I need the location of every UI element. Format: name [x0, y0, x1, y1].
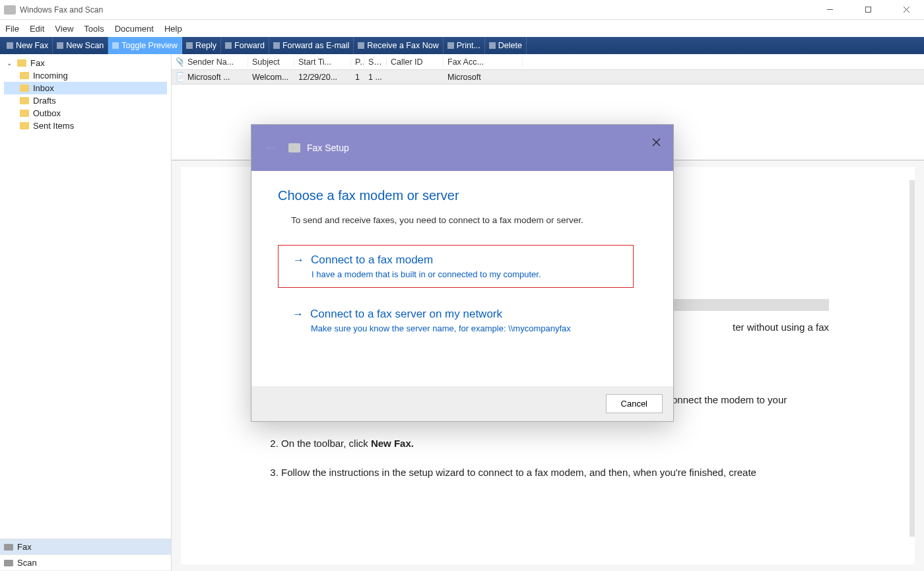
folder-icon	[17, 59, 26, 67]
dialog-title: Fax Setup	[307, 143, 349, 153]
dialog-titlebar: ← Fax Setup	[251, 125, 673, 171]
toggle-preview-button[interactable]: Toggle Preview	[108, 37, 182, 54]
forward-button[interactable]: Forward	[221, 37, 269, 54]
tree-item-inbox[interactable]: Inbox	[4, 82, 167, 94]
email-icon	[273, 42, 280, 49]
folder-tree: ⌄ Fax Incoming Inbox Drafts Outbox Sent …	[0, 54, 171, 539]
col-start[interactable]: Start Ti...	[294, 57, 351, 67]
preview-scrollbar[interactable]	[909, 180, 915, 537]
new-scan-button[interactable]: New Scan	[53, 37, 108, 54]
folder-icon	[20, 72, 29, 79]
menu-help[interactable]: Help	[164, 24, 182, 34]
reply-button[interactable]: Reply	[182, 37, 221, 54]
reply-label: Reply	[195, 41, 216, 50]
new-fax-button[interactable]: New Fax	[3, 37, 53, 54]
arrow-right-icon: →	[293, 253, 304, 267]
back-arrow-icon[interactable]: ←	[265, 141, 277, 155]
delete-icon	[489, 42, 496, 49]
menu-tools[interactable]: Tools	[84, 24, 104, 34]
tree-label: Sent Items	[33, 121, 74, 131]
doc-step-2-text: On the toolbar, click	[281, 438, 371, 449]
cell-attach: 📄	[172, 72, 183, 82]
forward-email-label: Forward as E-mail	[282, 41, 349, 50]
dialog-subheading: To send and receive faxes, you need to c…	[291, 215, 634, 225]
titlebar: Windows Fax and Scan	[0, 0, 924, 20]
fax-icon	[7, 42, 13, 49]
menu-edit[interactable]: Edit	[30, 24, 44, 34]
folder-icon	[20, 122, 29, 129]
scan-icon	[4, 560, 13, 566]
minimize-button[interactable]	[820, 1, 840, 19]
bottom-nav-scan[interactable]: Scan	[0, 555, 171, 571]
tree-item-drafts[interactable]: Drafts	[4, 94, 167, 107]
arrow-right-icon: →	[292, 308, 304, 321]
option-server-title: Connect to a fax server on my network	[310, 308, 502, 321]
forward-icon	[225, 42, 232, 49]
folder-icon	[20, 110, 29, 117]
print-button[interactable]: Print...	[444, 37, 485, 54]
preview-icon	[112, 42, 119, 49]
receive-fax-button[interactable]: Receive a Fax Now	[354, 37, 443, 54]
option-connect-modem[interactable]: → Connect to a fax modem I have a modem …	[278, 245, 634, 288]
svg-rect-1	[865, 7, 871, 13]
toolbar: New Fax New Scan Toggle Preview Reply Fo…	[0, 37, 924, 54]
tree-root-fax[interactable]: ⌄ Fax	[4, 57, 167, 69]
fax-icon	[288, 143, 300, 152]
dialog-close-button[interactable]	[648, 134, 664, 150]
cell-size: 1 ...	[364, 73, 387, 82]
col-attach[interactable]: 📎	[172, 57, 183, 67]
sidebar: ⌄ Fax Incoming Inbox Drafts Outbox Sent …	[0, 54, 172, 571]
option-server-desc: Make sure you know the server name, for …	[311, 323, 619, 333]
col-caller[interactable]: Caller ID	[387, 57, 444, 67]
dialog-heading: Choose a fax modem or server	[278, 188, 634, 203]
dialog-footer: Cancel	[251, 386, 673, 421]
toggle-preview-label: Toggle Preview	[121, 41, 178, 50]
bottom-nav-label: Scan	[17, 558, 37, 568]
col-account[interactable]: Fax Acc...	[444, 57, 523, 67]
scan-icon	[57, 42, 63, 49]
menu-bar: File Edit View Tools Document Help	[0, 20, 924, 37]
doc-step-2: On the toolbar, click New Fax.	[281, 436, 829, 452]
tree-label: Drafts	[33, 96, 56, 106]
window-title: Windows Fax and Scan	[20, 5, 820, 15]
bottom-nav-fax[interactable]: Fax	[0, 539, 171, 555]
tree-label: Outbox	[33, 108, 61, 118]
close-button[interactable]	[896, 1, 916, 19]
tree-item-sent[interactable]: Sent Items	[4, 119, 167, 132]
reply-icon	[186, 42, 193, 49]
cell-account: Microsoft	[444, 73, 523, 82]
option-connect-server[interactable]: → Connect to a fax server on my network …	[278, 300, 634, 341]
app-icon	[4, 5, 16, 15]
delete-button[interactable]: Delete	[485, 37, 527, 54]
tree-label: Incoming	[33, 71, 68, 81]
col-subject[interactable]: Subject	[248, 57, 294, 67]
col-sender[interactable]: Sender Na...	[183, 57, 248, 67]
table-row[interactable]: 📄 Microsoft ... Welcom... 12/29/20... 1 …	[172, 70, 924, 84]
tree-item-incoming[interactable]: Incoming	[4, 69, 167, 82]
option-modem-desc: I have a modem that is built in or conne…	[312, 269, 618, 279]
tree-label: Inbox	[33, 83, 54, 93]
receive-fax-label: Receive a Fax Now	[367, 41, 438, 50]
folder-icon	[20, 84, 29, 92]
tree-root-label: Fax	[30, 58, 45, 68]
dialog-body: Choose a fax modem or server To send and…	[251, 171, 673, 386]
column-headers: 📎 Sender Na... Subject Start Ti... P... …	[172, 54, 924, 70]
menu-view[interactable]: View	[55, 24, 73, 34]
forward-email-button[interactable]: Forward as E-mail	[269, 37, 354, 54]
bottom-nav-label: Fax	[17, 542, 32, 552]
doc-step-2-bold: New Fax.	[371, 438, 414, 449]
tree-item-outbox[interactable]: Outbox	[4, 107, 167, 119]
cancel-button[interactable]: Cancel	[606, 394, 663, 413]
print-label: Print...	[457, 41, 480, 50]
maximize-button[interactable]	[858, 1, 878, 19]
forward-label: Forward	[234, 41, 265, 50]
option-modem-title: Connect to a fax modem	[311, 253, 433, 267]
chevron-down-icon: ⌄	[7, 59, 13, 67]
fax-setup-dialog: ← Fax Setup Choose a fax modem or server…	[251, 124, 674, 422]
doc-step-3: Follow the instructions in the setup wiz…	[281, 465, 829, 481]
bottom-nav: Fax Scan	[0, 539, 171, 571]
menu-document[interactable]: Document	[115, 24, 154, 34]
menu-file[interactable]: File	[5, 24, 19, 34]
col-pages[interactable]: P...	[351, 57, 364, 67]
col-size[interactable]: Size	[364, 57, 387, 67]
